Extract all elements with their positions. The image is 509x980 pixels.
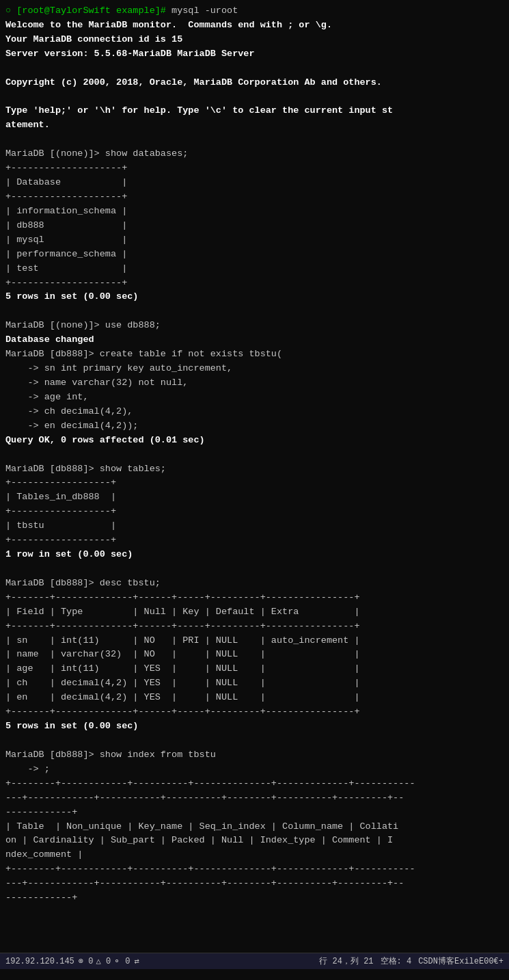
- terminal-line: ------------+: [5, 891, 504, 905]
- terminal-line: -> ch decimal(4,2),: [5, 405, 504, 419]
- terminal-line: ---+------------+-----------+----------+…: [5, 791, 504, 806]
- terminal-line: +--------------------+: [5, 161, 504, 176]
- terminal-line: [5, 90, 504, 105]
- terminal-line: -> name varchar(32) not null,: [5, 376, 504, 390]
- terminal-line: +--------------------+: [5, 190, 504, 204]
- terminal-line: +------------------+: [5, 505, 504, 519]
- indent-spaces: 空格: 4: [381, 955, 412, 967]
- terminal-line: MariaDB [db888]> show index from tbstu: [5, 748, 504, 763]
- warning-count: △ 0: [96, 956, 111, 966]
- terminal-line: Copyright (c) 2000, 2018, Oracle, MariaD…: [5, 76, 504, 90]
- terminal-line: 1 row in set (0.00 sec): [5, 548, 504, 562]
- terminal-line: ndex_comment |: [5, 848, 504, 862]
- terminal-line: +-------+--------------+------+-----+---…: [5, 705, 504, 719]
- terminal-line: | db888 |: [5, 219, 504, 233]
- terminal-line: MariaDB [db888]> show tables;: [5, 462, 504, 477]
- terminal-line: | mysql |: [5, 233, 504, 248]
- terminal-line: [5, 62, 504, 76]
- terminal-line: | Table | Non_unique | Key_name | Seq_in…: [5, 820, 504, 834]
- terminal-line: | age | int(11) | YES | | NULL | |: [5, 662, 504, 676]
- terminal-line: [5, 448, 504, 462]
- terminal-line: | test |: [5, 262, 504, 276]
- terminal-line: MariaDB [(none)]> show databases;: [5, 147, 504, 161]
- terminal-line: Server version: 5.5.68-MariaDB MariaDB S…: [5, 47, 504, 62]
- terminal-line: | name | varchar(32) | NO | | NULL | |: [5, 648, 504, 662]
- terminal-line: Your MariaDB connection id is 15: [5, 33, 504, 47]
- terminal-line: ------------+: [5, 806, 504, 820]
- terminal-line: on | Cardinality | Sub_part | Packed | N…: [5, 834, 504, 848]
- terminal-line: -> age int,: [5, 390, 504, 405]
- terminal-line: | information_schema |: [5, 204, 504, 219]
- terminal-line: [5, 562, 504, 577]
- cursor-position: 行 24，列 21: [319, 955, 373, 967]
- terminal-line: | sn | int(11) | NO | PRI | NULL | auto_…: [5, 634, 504, 648]
- terminal-line: | Field | Type | Null | Key | Default | …: [5, 605, 504, 620]
- command-text: mysql -uroot: [171, 5, 238, 16]
- terminal-line: -> ;: [5, 763, 504, 777]
- message-count: ⚬ 0: [113, 956, 130, 966]
- terminal-line: Query OK, 0 rows affected (0.01 sec): [5, 434, 504, 448]
- prompt-circle: ○: [5, 5, 16, 16]
- status-right: 行 24，列 21 空格: 4 CSDN博客ExileE00€+: [319, 955, 504, 967]
- terminal-line: +--------+------------+----------+------…: [5, 862, 504, 877]
- terminal-line: [5, 133, 504, 147]
- terminal-line: | Tables_in_db888 |: [5, 490, 504, 505]
- terminal-line: atement.: [5, 118, 504, 133]
- terminal-line: | Database |: [5, 176, 504, 190]
- terminal-line: MariaDB [db888]> create table if not exi…: [5, 347, 504, 362]
- terminal-line: MariaDB [db888]> desc tbstu;: [5, 577, 504, 591]
- terminal-line: +--------+------------+----------+------…: [5, 777, 504, 791]
- terminal-line: +-------+--------------+------+-----+---…: [5, 591, 504, 605]
- terminal-line: +-------+--------------+------+-----+---…: [5, 620, 504, 634]
- terminal-line: +------------------+: [5, 533, 504, 548]
- terminal-line: | en | decimal(4,2) | YES | | NULL | |: [5, 691, 504, 705]
- terminal-line: | ch | decimal(4,2) | YES | | NULL | |: [5, 676, 504, 691]
- terminal-line: +------------------+: [5, 476, 504, 490]
- encoding-info: CSDN博客ExileE00€+: [418, 955, 504, 967]
- status-ip: 192.92.120.145: [5, 957, 74, 966]
- terminal-line: | performance_schema |: [5, 248, 504, 262]
- terminal-line: -> sn int primary key auto_increment,: [5, 362, 504, 376]
- status-error-icon: ⊗ 0 △ 0 ⚬ 0: [79, 956, 130, 966]
- terminal-line: 5 rows in set (0.00 sec): [5, 719, 504, 734]
- terminal-line: [5, 734, 504, 748]
- terminal-line: 5 rows in set (0.00 sec): [5, 290, 504, 304]
- status-left: 192.92.120.145 ⊗ 0 △ 0 ⚬ 0 ⇄: [5, 956, 139, 966]
- terminal-line: +--------------------+: [5, 276, 504, 291]
- terminal-line: ○ [root@TaylorSwift example]# mysql -uro…: [5, 4, 504, 18]
- terminal-line: -> en decimal(4,2));: [5, 419, 504, 434]
- terminal-line: Welcome to the MariaDB monitor. Commands…: [5, 18, 504, 33]
- prompt-user: [root@TaylorSwift example]#: [16, 5, 171, 16]
- terminal-line: ---+------------+-----------+----------+…: [5, 877, 504, 891]
- terminal-line: [5, 304, 504, 319]
- status-bar: 192.92.120.145 ⊗ 0 △ 0 ⚬ 0 ⇄ 行 24，列 21 空…: [0, 953, 509, 969]
- terminal-line: Database changed: [5, 333, 504, 347]
- terminal-line: | tbstu |: [5, 519, 504, 533]
- terminal-line: Type 'help;' or '\h' for help. Type '\c'…: [5, 104, 504, 118]
- error-count: ⊗ 0: [79, 956, 94, 966]
- git-icon: ⇄: [135, 956, 139, 966]
- terminal: ○ [root@TaylorSwift example]# mysql -uro…: [0, 0, 509, 953]
- terminal-line: MariaDB [(none)]> use db888;: [5, 319, 504, 333]
